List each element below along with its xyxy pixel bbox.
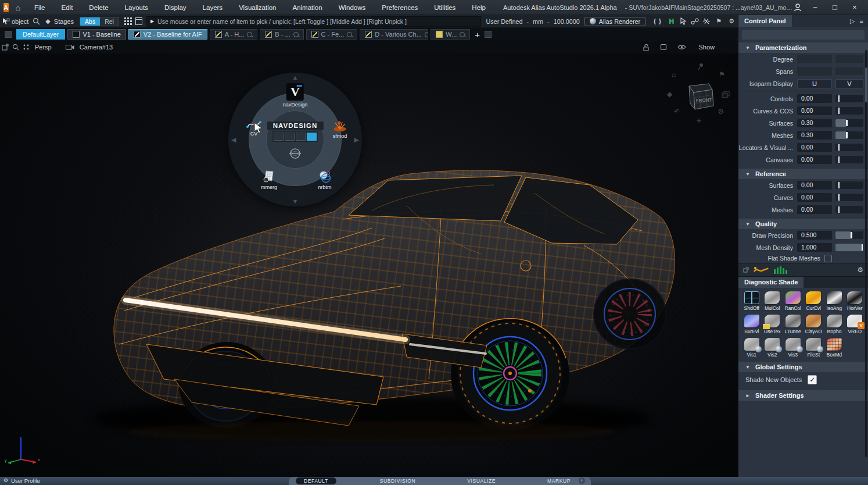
marking-item-navdesign[interactable]: V navDesign [283, 83, 308, 108]
popout-icon[interactable] [743, 267, 749, 273]
marking-menu-left-icon[interactable]: ◀ [231, 137, 236, 143]
new-window-icon[interactable] [2, 42, 9, 52]
slider-value-field[interactable]: 1.000 [797, 243, 832, 252]
view-cube-widget[interactable]: FRONT ⌂ ⚑ ◆ ↶ ⚙ + [667, 62, 731, 126]
shade-mode-button[interactable]: RanCol [783, 291, 804, 311]
slider-value-field[interactable]: 0.00 [797, 205, 832, 214]
panel-toggle-icon[interactable] [135, 16, 142, 27]
shade-mode-button[interactable]: LTunne [783, 315, 804, 334]
panel-empty-field[interactable] [742, 30, 865, 40]
section-shader-settings[interactable]: ► Shader Settings [738, 390, 868, 401]
cube-prev-view-icon[interactable]: ◆ [667, 91, 672, 98]
layer-tab[interactable]: A - H... [210, 29, 258, 40]
add-layer-button[interactable]: + [475, 30, 480, 39]
add-workspace-icon[interactable]: + [579, 477, 585, 484]
slider-value-field[interactable]: 0.00 [797, 94, 832, 103]
hotkey-h-indicator[interactable]: H [669, 17, 675, 26]
slider-track[interactable] [835, 244, 863, 251]
control-panel-tab[interactable]: Control Panel [738, 15, 792, 27]
slider-value-field[interactable]: 0.00 [797, 106, 832, 115]
panel-scrollbar[interactable] [865, 50, 867, 457]
shade-swoosh-icon[interactable] [754, 266, 769, 274]
shade-mode-button[interactable]: IsoAng [824, 291, 845, 311]
cube-layers-icon[interactable] [722, 91, 730, 98]
minimize-button[interactable]: − [808, 3, 823, 12]
shade-mode-button[interactable]: SurEvl [741, 315, 762, 334]
shade-new-objects-checkbox[interactable]: ✓ [808, 375, 817, 384]
user-profile-button[interactable]: ⚙ User Profile [0, 477, 40, 485]
toolbar-gear-icon[interactable]: ⚙ [729, 18, 734, 24]
panel-menu-icon[interactable]: ≡ [860, 17, 863, 25]
diagnostic-shade-tab[interactable]: Diagnostic Shade [738, 277, 804, 288]
marking-menu-up-icon[interactable]: ▲ [292, 74, 299, 81]
shade-mode-button[interactable]: Isopho [824, 315, 845, 334]
page-square[interactable] [274, 133, 284, 141]
layer-tab[interactable]: C - Fe... [306, 29, 358, 40]
slider-track[interactable] [835, 194, 863, 201]
marking-item-mmerg[interactable]: mmerg [261, 170, 277, 190]
show-menu-label[interactable]: Show [698, 44, 715, 51]
layer-tab[interactable]: V1 - Baseline [67, 29, 125, 40]
camera-icon[interactable] [66, 42, 74, 52]
shade-mode-button[interactable]: BoxMd [824, 338, 845, 358]
rel-button[interactable]: Rel [100, 17, 119, 26]
shade-mode-button[interactable]: VRED [845, 315, 866, 334]
cube-home-icon[interactable]: ⌂ [672, 71, 676, 78]
perspective-viewport[interactable]: ▲ ▼ ◀ ▶ V navDesign CV [0, 54, 738, 477]
section-reference[interactable]: ▼ Reference [738, 169, 868, 179]
layer-zoom-icon[interactable] [247, 32, 252, 37]
cube-pin-icon[interactable] [697, 63, 704, 71]
abs-button[interactable]: Abs [80, 17, 100, 26]
maximize-button[interactable]: □ [827, 3, 842, 12]
layer-zoom-icon[interactable] [425, 32, 429, 37]
parentheses-icon[interactable]: ( ) [654, 18, 661, 24]
units-value[interactable]: 100.0000 [554, 18, 580, 25]
menu-item[interactable]: Help [464, 0, 494, 15]
marking-menu-right-icon[interactable]: ▶ [354, 137, 359, 143]
link-icon[interactable] [691, 16, 699, 27]
shade-mode-button[interactable]: HorVer [845, 291, 866, 311]
degree-v-field[interactable] [835, 55, 863, 63]
workspace-tab[interactable]: VISUALIZE [459, 477, 504, 484]
slider-value-field[interactable]: 0.00 [797, 193, 832, 202]
shade-settings-gear-icon[interactable]: ⚙ [857, 266, 863, 274]
lock-icon[interactable] [643, 42, 650, 52]
layer-zoom-icon[interactable] [347, 32, 352, 37]
layout-grid-icon[interactable] [23, 42, 30, 52]
orbit-icon[interactable] [289, 147, 302, 160]
isoparm-v-button[interactable]: V [835, 79, 863, 88]
section-quality[interactable]: ▼ Quality [738, 219, 868, 229]
prompt-line[interactable]: ▶ Use mouse or enter name of item to pic… [146, 16, 482, 27]
page-square-selected[interactable] [307, 133, 317, 141]
camera-name-label[interactable]: Camera#13 [80, 44, 113, 51]
marking-menu-pages[interactable] [272, 131, 318, 142]
isoparm-u-button[interactable]: U [797, 79, 832, 88]
slider-track[interactable] [835, 119, 863, 127]
menu-item[interactable]: Display [156, 0, 195, 15]
slider-value-field[interactable]: 0.30 [797, 131, 832, 140]
marking-menu-down-icon[interactable]: ▼ [292, 198, 299, 205]
alias-logo-icon[interactable]: A [3, 3, 9, 12]
view-name-label[interactable]: Persp [35, 44, 52, 51]
page-square[interactable] [296, 133, 306, 141]
layer-options-icon[interactable] [485, 31, 492, 38]
slider-track[interactable] [835, 206, 863, 213]
slider-track[interactable] [835, 144, 863, 151]
cube-undo-icon[interactable]: ↶ [674, 108, 680, 115]
degree-u-field[interactable] [797, 55, 832, 63]
layer-tab[interactable]: W... [431, 29, 470, 40]
shade-mode-button[interactable]: CurEvl [804, 291, 824, 311]
stages-label[interactable]: Stages [54, 18, 74, 25]
slider-track[interactable] [835, 107, 863, 115]
grid-snap-icon[interactable] [124, 16, 132, 27]
renderer-selector[interactable]: Alias Renderer [584, 17, 645, 26]
cube-zoom-icon[interactable]: + [697, 116, 702, 124]
slider-value-field[interactable]: 0.00 [797, 155, 832, 164]
menu-item[interactable]: Windows [331, 0, 374, 15]
pick-object-label[interactable]: object [12, 18, 28, 25]
home-icon[interactable]: ⌂ [16, 3, 20, 12]
menu-item[interactable]: Visualization [231, 0, 284, 15]
menu-item[interactable]: Preferences [374, 0, 426, 15]
layer-zoom-icon[interactable] [293, 32, 299, 37]
workspace-tab[interactable]: MARKUP [539, 477, 579, 484]
